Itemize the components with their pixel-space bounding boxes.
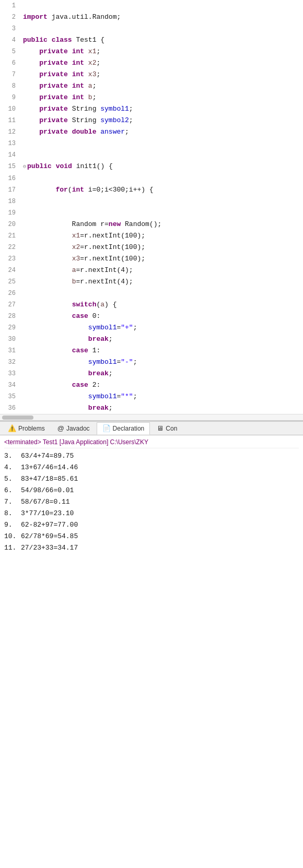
line-num-19: 19 — [0, 207, 21, 219]
line-content-12: private double answer; — [21, 126, 303, 138]
console-num-11: 11. — [4, 542, 21, 554]
console-line-4: 4. 13+67/46=14.46 — [4, 462, 299, 473]
console-value-4: 13+67/46=14.46 — [21, 462, 78, 473]
console-num-8: 8. — [4, 508, 21, 519]
console-value-11: 27/23+33=34.17 — [21, 542, 78, 554]
console-num-7: 7. — [4, 496, 21, 508]
line-content-4: public class Test1 { — [21, 34, 303, 46]
line-num-12: 12 — [0, 126, 21, 138]
tab-javadoc[interactable]: @ Javadoc — [52, 422, 96, 435]
console-num-6: 6. — [4, 485, 21, 496]
console-line-6: 6. 54/98/66=0.01 — [4, 485, 299, 496]
console-line-5: 5. 83+47/18=85.61 — [4, 473, 299, 485]
tab-console[interactable]: 🖥 Con — [151, 422, 183, 435]
console-value-5: 83+47/18=85.61 — [21, 473, 78, 485]
console-num-5: 5. — [4, 473, 21, 485]
code-line-2: 2 import java.util.Random; — [0, 11, 303, 23]
code-line-9: 9 private int b; — [0, 92, 303, 103]
code-line-25: 25 b=r.nextInt(4); — [0, 276, 303, 288]
code-line-30: 30 break; — [0, 334, 303, 345]
console-value-8: 3*77/10=23.10 — [21, 508, 74, 519]
code-line-10: 10 private String symbol1; — [0, 103, 303, 115]
console-line-10: 10. 62/78*69=54.85 — [4, 531, 299, 542]
line-num-27: 27 — [0, 299, 21, 311]
tab-javadoc-label: Javadoc — [66, 425, 90, 432]
code-line-22: 22 x2=r.nextInt(100); — [0, 242, 303, 253]
line-num-2: 2 — [0, 11, 21, 23]
line-num-29: 29 — [0, 322, 21, 334]
line-num-13: 13 — [0, 138, 21, 149]
console-line-8: 8. 3*77/10=23.10 — [4, 508, 299, 519]
line-content-25: b=r.nextInt(4); — [21, 276, 303, 288]
line-content-34: case 2: — [21, 379, 303, 391]
code-line-28: 28 case 0: — [0, 311, 303, 322]
line-content-30: break; — [21, 334, 303, 345]
code-line-16: 16 — [0, 173, 303, 184]
line-num-3: 3 — [0, 23, 21, 34]
line-num-21: 21 — [0, 230, 21, 242]
line-content-29: symbol1="+"; — [21, 322, 303, 334]
line-content-6: private int x2; — [21, 57, 303, 69]
line-num-4: 4 — [0, 34, 21, 46]
code-line-1: 1 — [0, 0, 303, 11]
console-num-10: 10. — [4, 531, 21, 542]
line-num-34: 34 — [0, 379, 21, 391]
line-num-28: 28 — [0, 311, 21, 322]
line-num-16: 16 — [0, 173, 21, 184]
console-value-10: 62/78*69=54.85 — [21, 531, 78, 542]
code-line-15: 15 ⊖public void init1() { — [0, 161, 303, 173]
line-content-31: case 1: — [21, 345, 303, 356]
line-num-5: 5 — [0, 46, 21, 57]
line-content-11: private String symbol2; — [21, 115, 303, 126]
line-content-22: x2=r.nextInt(100); — [21, 242, 303, 253]
line-num-1: 1 — [0, 0, 21, 11]
code-line-5: 5 private int x1; — [0, 46, 303, 57]
line-content-35: symbol1="*"; — [21, 391, 303, 402]
code-line-31: 31 case 1: — [0, 345, 303, 356]
line-num-31: 31 — [0, 345, 21, 356]
code-line-12: 12 private double answer; — [0, 126, 303, 138]
line-num-11: 11 — [0, 115, 21, 126]
tab-problems-label: Problems — [18, 425, 45, 432]
line-num-10: 10 — [0, 103, 21, 115]
code-line-18: 18 — [0, 196, 303, 207]
line-num-36: 36 — [0, 402, 21, 414]
line-content-24: a=r.nextInt(4); — [21, 265, 303, 276]
tab-declaration[interactable]: 📄 Declaration — [97, 422, 150, 435]
code-line-20: 20 Random r=new Random(); — [0, 219, 303, 230]
line-content-23: x3=r.nextInt(100); — [21, 253, 303, 265]
code-line-19: 19 — [0, 207, 303, 219]
line-content-28: case 0: — [21, 311, 303, 322]
code-line-13: 13 — [0, 138, 303, 149]
line-num-35: 35 — [0, 391, 21, 402]
code-line-35: 35 symbol1="*"; — [0, 391, 303, 402]
horizontal-scrollbar[interactable] — [0, 414, 303, 420]
line-content-36: break; — [21, 402, 303, 414]
code-line-14: 14 — [0, 149, 303, 161]
code-line-34: 34 case 2: — [0, 379, 303, 391]
code-line-17: 17 for(int i=0;i<300;i++) { — [0, 184, 303, 196]
tab-problems[interactable]: ⚠️ Problems — [2, 422, 51, 435]
console-line-7: 7. 58/67/8=0.11 — [4, 496, 299, 508]
line-num-32: 32 — [0, 356, 21, 368]
console-num-3: 3. — [4, 450, 21, 462]
code-line-24: 24 a=r.nextInt(4); — [0, 265, 303, 276]
scrollbar-thumb[interactable] — [2, 415, 33, 420]
line-content-21: x1=r.nextInt(100); — [21, 230, 303, 242]
line-num-7: 7 — [0, 69, 21, 80]
code-line-26: 26 — [0, 288, 303, 299]
line-num-30: 30 — [0, 334, 21, 345]
code-line-3: 3 — [0, 23, 303, 34]
code-line-29: 29 symbol1="+"; — [0, 322, 303, 334]
console-value-6: 54/98/66=0.01 — [21, 485, 74, 496]
line-num-23: 23 — [0, 253, 21, 265]
code-editor: 1 2 import java.util.Random; 3 4 public … — [0, 0, 303, 421]
line-num-9: 9 — [0, 92, 21, 103]
line-num-24: 24 — [0, 265, 21, 276]
console-num-9: 9. — [4, 519, 21, 531]
line-num-6: 6 — [0, 57, 21, 69]
line-content-15: ⊖public void init1() { — [21, 161, 303, 173]
line-num-17: 17 — [0, 184, 21, 196]
line-content-7: private int x3; — [21, 69, 303, 80]
code-line-6: 6 private int x2; — [0, 57, 303, 69]
